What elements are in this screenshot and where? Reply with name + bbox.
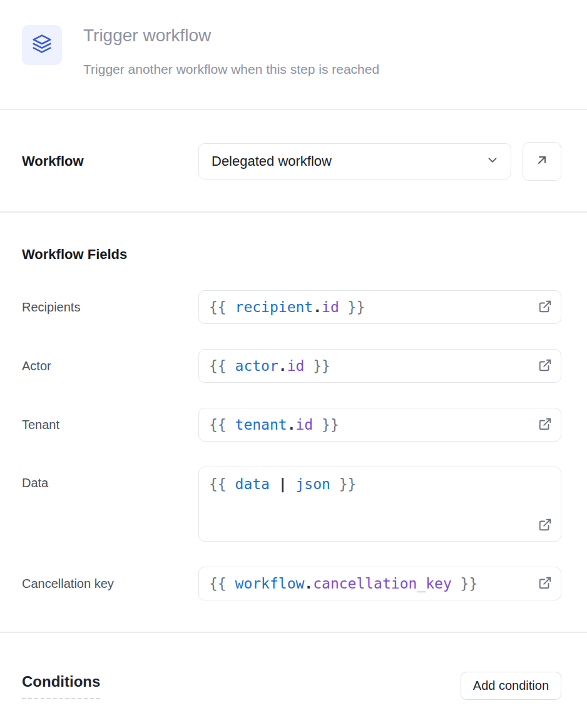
workflow-select-row: Workflow Delegated workflow bbox=[0, 110, 587, 211]
liquid-token: . bbox=[287, 417, 296, 433]
open-editor-button[interactable] bbox=[538, 358, 552, 374]
workflow-fields-list: Recipients {{ recipient.id }} Actor {{ a… bbox=[22, 290, 561, 600]
layers-icon bbox=[32, 34, 52, 56]
field-row: Actor {{ actor.id }} bbox=[22, 349, 561, 383]
open-workflow-button[interactable] bbox=[523, 142, 561, 181]
liquid-input[interactable]: {{ data | json }} bbox=[198, 467, 561, 542]
spacer bbox=[22, 600, 561, 632]
field-row: Recipients {{ recipient.id }} bbox=[22, 290, 561, 324]
field-row: Data {{ data | json }} bbox=[22, 467, 561, 542]
liquid-token: }} bbox=[452, 575, 478, 592]
workflow-fields-section: Workflow Fields Recipients {{ recipient.… bbox=[0, 213, 587, 632]
workflow-select[interactable]: Delegated workflow bbox=[198, 143, 511, 179]
liquid-token bbox=[287, 476, 296, 492]
workflow-label: Workflow bbox=[22, 153, 198, 169]
liquid-code: {{ data | json }} bbox=[209, 475, 552, 493]
field-label: Tenant bbox=[22, 418, 198, 432]
liquid-input[interactable]: {{ workflow.cancellation_key }} bbox=[198, 567, 561, 600]
liquid-token: }} bbox=[304, 358, 330, 374]
step-header: Trigger workflow Trigger another workflo… bbox=[0, 0, 587, 109]
liquid-token: {{ bbox=[209, 417, 235, 433]
liquid-token: }} bbox=[339, 299, 365, 315]
open-editor-button[interactable] bbox=[538, 576, 552, 592]
liquid-token: {{ bbox=[209, 358, 235, 374]
liquid-token: }} bbox=[313, 417, 339, 433]
liquid-token bbox=[270, 476, 278, 492]
external-link-icon bbox=[538, 358, 552, 374]
liquid-token: {{ bbox=[209, 299, 235, 315]
liquid-token: actor bbox=[235, 358, 278, 374]
workflow-select-value: Delegated workflow bbox=[212, 153, 486, 169]
liquid-input[interactable]: {{ tenant.id }} bbox=[198, 408, 561, 442]
add-condition-button[interactable]: Add condition bbox=[461, 672, 561, 700]
liquid-token: workflow bbox=[235, 575, 305, 592]
trigger-workflow-panel: Trigger workflow Trigger another workflo… bbox=[0, 0, 587, 728]
liquid-token: id bbox=[296, 417, 314, 433]
workflow-fields-heading: Workflow Fields bbox=[22, 246, 561, 263]
open-editor-button[interactable] bbox=[538, 300, 552, 315]
field-label: Cancellation key bbox=[22, 577, 198, 591]
field-label: Data bbox=[22, 476, 198, 490]
liquid-code: {{ workflow.cancellation_key }} bbox=[209, 574, 538, 593]
external-link-icon bbox=[538, 417, 552, 433]
liquid-token: {{ bbox=[209, 476, 235, 492]
field-row: Cancellation key {{ workflow.cancellatio… bbox=[22, 567, 561, 600]
field-label: Recipients bbox=[22, 300, 198, 315]
step-icon-badge bbox=[22, 25, 62, 65]
field-label: Actor bbox=[22, 359, 198, 373]
liquid-input[interactable]: {{ actor.id }} bbox=[198, 349, 561, 383]
conditions-heading: Conditions bbox=[22, 673, 100, 699]
liquid-code: {{ recipient.id }} bbox=[209, 298, 538, 316]
liquid-token: . bbox=[304, 575, 313, 592]
liquid-token: json bbox=[296, 476, 330, 492]
open-editor-button[interactable] bbox=[538, 518, 552, 533]
field-row: Tenant {{ tenant.id }} bbox=[22, 408, 561, 442]
step-header-text: Trigger workflow Trigger another workflo… bbox=[83, 25, 561, 78]
external-link-icon bbox=[538, 518, 552, 533]
liquid-code: {{ actor.id }} bbox=[209, 356, 538, 375]
liquid-token: recipient bbox=[235, 299, 314, 315]
liquid-code: {{ tenant.id }} bbox=[209, 415, 538, 434]
liquid-token: {{ bbox=[209, 575, 235, 592]
liquid-token: . bbox=[278, 358, 287, 374]
page-title: Trigger workflow bbox=[83, 25, 561, 46]
liquid-token: id bbox=[322, 299, 339, 315]
liquid-token: }} bbox=[330, 476, 357, 492]
liquid-token: data bbox=[235, 476, 270, 492]
arrow-up-right-icon bbox=[534, 153, 549, 170]
liquid-token: id bbox=[287, 358, 305, 374]
page-subtitle: Trigger another workflow when this step … bbox=[83, 61, 561, 78]
liquid-token: | bbox=[278, 476, 287, 492]
external-link-icon bbox=[538, 300, 552, 315]
liquid-token: tenant bbox=[235, 417, 287, 433]
external-link-icon bbox=[538, 576, 552, 592]
liquid-token: . bbox=[313, 299, 322, 315]
liquid-input[interactable]: {{ recipient.id }} bbox=[198, 290, 561, 324]
conditions-section: Conditions Add condition bbox=[0, 633, 587, 700]
chevron-down-icon bbox=[486, 153, 499, 169]
open-editor-button[interactable] bbox=[538, 417, 552, 433]
liquid-token: cancellation_key bbox=[313, 575, 452, 592]
